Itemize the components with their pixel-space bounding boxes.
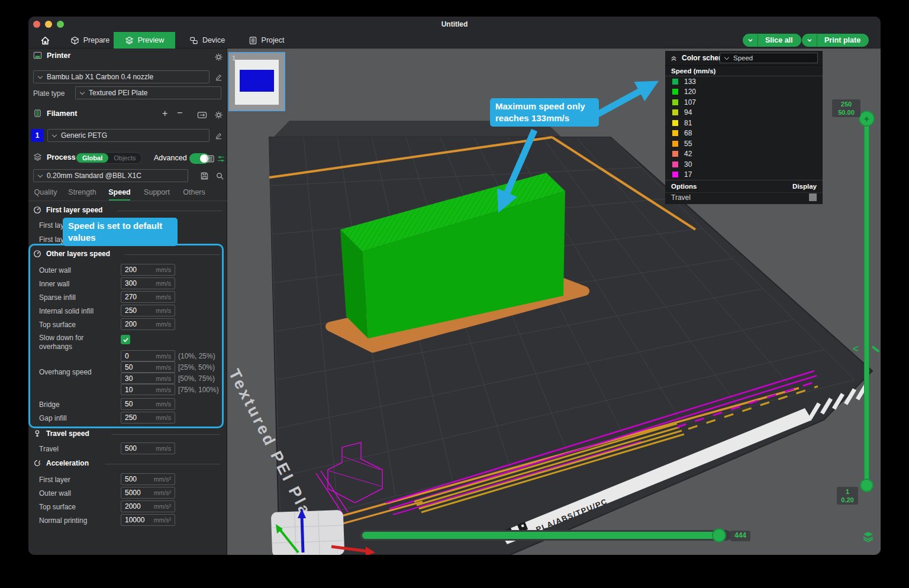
internal-solid-infill-speed-input[interactable]: 250mm/s	[121, 305, 175, 316]
objects-settings-button[interactable]	[215, 153, 226, 164]
unit: mm/s	[156, 386, 171, 393]
printer-preset-select[interactable]: Bambu Lab X1 Carbon 0.4 nozzle	[33, 70, 209, 83]
filament-preset-value: Generic PETG	[61, 131, 107, 140]
save-preset-button[interactable]	[199, 170, 209, 181]
collapse-icon[interactable]	[670, 54, 678, 62]
tab-prepare[interactable]: Prepare	[62, 32, 118, 49]
print-options-dropdown[interactable]	[802, 34, 817, 47]
layers-view-icon[interactable]	[862, 530, 875, 543]
scope-objects[interactable]: Objects	[108, 153, 141, 163]
edit-filament-button[interactable]	[213, 130, 224, 141]
gap-infill-speed-input[interactable]: 250mm/s	[121, 412, 175, 424]
outer-wall-accel-input[interactable]: 5000mm/s²	[121, 487, 175, 499]
layer-slider-track[interactable]	[864, 118, 869, 485]
titlebar: Untitled	[28, 17, 881, 32]
layer-slider-chevron-left[interactable]: <	[853, 343, 859, 355]
unit: mm/s²	[154, 503, 171, 510]
first-layer-speed-header: First layer speed	[33, 206, 102, 214]
top-surface-accel-input[interactable]: 2000mm/s²	[121, 500, 175, 512]
travel-icon	[33, 429, 41, 438]
ams-icon	[197, 111, 207, 119]
printer-settings-button[interactable]	[213, 51, 224, 62]
value: 30	[125, 374, 133, 383]
check-icon	[123, 337, 129, 343]
legend-item: 68	[665, 128, 823, 139]
process-preset-select[interactable]: 0.20mm Standard @BBL X1C	[33, 169, 188, 182]
tab-device-label: Device	[202, 36, 225, 44]
tab-quality[interactable]: Quality	[34, 188, 57, 196]
travel-display-checkbox[interactable]	[809, 193, 817, 201]
slice-options-dropdown[interactable]	[743, 34, 758, 47]
layer-slider-top-handle[interactable]: +	[859, 111, 875, 127]
outer-wall-speed-input[interactable]: 200mm/s	[121, 264, 175, 276]
tab-device[interactable]: Device	[180, 32, 234, 49]
layer-slider-bottom-tooltip: 1 0.20	[837, 487, 858, 505]
travel-speed-input[interactable]: 500mm/s	[121, 442, 175, 454]
plate-type-select[interactable]: Textured PEI Plate	[75, 86, 221, 99]
layer-slider-bottom-handle[interactable]	[860, 479, 873, 492]
legend-item: 120	[665, 87, 823, 98]
slow-down-overhangs-checkbox[interactable]	[121, 335, 130, 344]
overhang-speed-input-4[interactable]: 10mm/s	[121, 384, 175, 395]
tab-project[interactable]: Project	[239, 32, 294, 49]
tab-preview-label: Preview	[138, 36, 164, 44]
chevron-down-icon	[80, 91, 85, 95]
search-params-button[interactable]	[214, 170, 225, 181]
edit-printer-button[interactable]	[213, 72, 224, 82]
thumbnail-plate	[235, 60, 279, 105]
first-layer-accel-input[interactable]: 500mm/s²	[121, 473, 175, 485]
value: 250	[125, 413, 137, 422]
printer-section-header: Printer	[33, 51, 70, 60]
tab-support[interactable]: Support	[144, 188, 170, 196]
tab-preview[interactable]: Preview	[114, 32, 175, 49]
overhang-speed-input-2[interactable]: 50mm/s	[121, 361, 175, 373]
ams-sync-button[interactable]	[196, 109, 207, 120]
color-swatch	[672, 120, 678, 126]
move-slider-fill	[362, 532, 720, 539]
legend-item: 81	[665, 118, 823, 128]
filament-settings-button[interactable]	[213, 109, 224, 120]
bridge-speed-input[interactable]: 50mm/s	[121, 398, 175, 410]
filament-preset-select[interactable]: Generic PETG	[47, 129, 209, 142]
parameter-list-button[interactable]	[205, 153, 215, 164]
chevron-down-icon	[52, 133, 57, 138]
unit: mm/s²	[154, 489, 171, 496]
color-scheme-value: Speed	[733, 54, 753, 62]
sparse-infill-speed-input[interactable]: 270mm/s	[121, 291, 175, 303]
move-slider-track[interactable]	[360, 530, 731, 541]
top-surface-speed-input[interactable]: 200mm/s	[121, 318, 175, 330]
scope-global[interactable]: Global	[76, 153, 108, 163]
home-button[interactable]	[33, 32, 57, 49]
process-scope-toggle[interactable]: Global Objects	[76, 152, 142, 164]
color-scheme-select[interactable]: Speed	[720, 53, 818, 63]
tab-speed[interactable]: Speed	[108, 188, 131, 196]
tabs-divider	[28, 201, 227, 201]
normal-printing-accel-input[interactable]: 10000mm/s²	[121, 514, 175, 526]
move-slider-handle[interactable]	[712, 528, 726, 542]
tab-strength[interactable]: Strength	[68, 188, 96, 196]
overhang-range: (10%, 25%)	[178, 352, 215, 360]
plate-thumbnail[interactable]: 1	[228, 52, 285, 111]
slow-down-overhangs-label: Slow down for overhangs	[39, 334, 104, 351]
remove-filament-button[interactable]: −	[177, 108, 182, 118]
plate-type-value: Textured PEI Plate	[89, 89, 147, 97]
add-filament-button[interactable]: +	[162, 109, 167, 118]
inner-wall-speed-input[interactable]: 300mm/s	[121, 277, 175, 289]
layer-bottom-value: 1	[837, 487, 858, 496]
value: 270	[125, 293, 137, 301]
overhang-speed-label: Overhang speed	[39, 368, 92, 376]
unit: mm/s	[156, 414, 171, 421]
value: 5000	[125, 489, 141, 497]
print-plate-button[interactable]: Print plate	[817, 36, 869, 44]
legend-item: 30	[665, 159, 823, 170]
param-label: Outer wall	[39, 489, 71, 497]
filament-icon	[33, 109, 42, 118]
slice-all-button[interactable]: Slice all	[758, 36, 801, 44]
overhang-speed-input-3[interactable]: 30mm/s	[121, 373, 175, 384]
filament-slot-badge[interactable]: 1	[31, 129, 44, 142]
chevron-down-icon	[724, 56, 729, 60]
tab-others[interactable]: Others	[183, 188, 205, 196]
overhang-speed-input-1[interactable]: 0mm/s	[121, 350, 175, 361]
legend-value: 55	[684, 140, 692, 148]
legend-value: 120	[684, 88, 696, 96]
